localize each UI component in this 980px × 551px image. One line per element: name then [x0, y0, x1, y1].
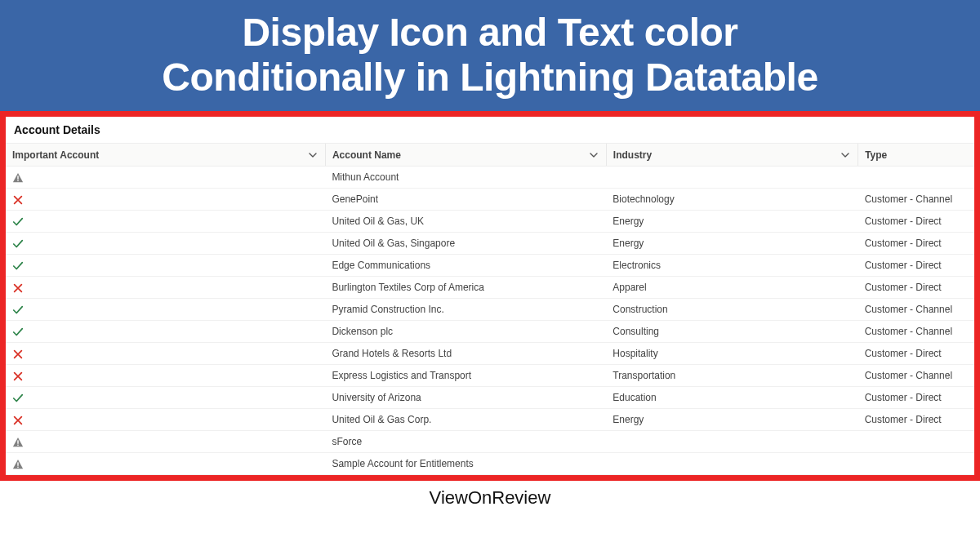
column-header-type[interactable]: Type — [858, 144, 974, 167]
table-row[interactable]: United Oil & Gas Corp.EnergyCustomer - D… — [6, 409, 974, 431]
cell-name: United Oil & Gas, Singapore — [325, 233, 606, 255]
table-row[interactable]: Edge CommunicationsElectronicsCustomer -… — [6, 255, 974, 277]
cell-important — [6, 189, 325, 211]
cell-name: Edge Communications — [325, 255, 606, 277]
cell-important — [6, 431, 325, 453]
table-body: Mithun AccountGenePointBiotechnologyCust… — [6, 167, 974, 475]
cell-important — [6, 255, 325, 277]
page-banner: Display Icon and Text color Conditionall… — [0, 0, 980, 111]
cell-industry: Transportation — [606, 365, 858, 387]
cell-industry: Energy — [606, 233, 858, 255]
table-row[interactable]: Pyramid Construction Inc.ConstructionCus… — [6, 299, 974, 321]
cell-important — [6, 277, 325, 299]
banner-title-line1: Display Icon and Text color — [242, 11, 737, 54]
cell-name: GenePoint — [325, 189, 606, 211]
cell-industry: Electronics — [606, 255, 858, 277]
cell-industry: Education — [606, 387, 858, 409]
chevron-down-icon[interactable] — [841, 151, 849, 159]
cell-important — [6, 453, 325, 475]
account-datatable: Important Account Account Name Industry … — [6, 143, 974, 475]
close-icon — [12, 282, 24, 294]
chevron-down-icon[interactable] — [590, 151, 598, 159]
table-row[interactable]: Express Logistics and TransportTransport… — [6, 365, 974, 387]
cell-type: Customer - Direct — [858, 211, 974, 233]
column-header-label: Important Account — [12, 149, 99, 161]
cell-name: Pyramid Construction Inc. — [325, 299, 606, 321]
table-row[interactable]: Dickenson plcConsultingCustomer - Channe… — [6, 321, 974, 343]
cell-name: United Oil & Gas, UK — [325, 211, 606, 233]
cell-important — [6, 233, 325, 255]
table-header-row: Important Account Account Name Industry … — [6, 144, 974, 167]
table-row[interactable]: sForce — [6, 431, 974, 453]
table-row[interactable]: Sample Account for Entitlements — [6, 453, 974, 475]
cell-important — [6, 409, 325, 431]
table-row[interactable]: GenePointBiotechnologyCustomer - Channel — [6, 189, 974, 211]
table-row[interactable]: Burlington Textiles Corp of AmericaAppar… — [6, 277, 974, 299]
cell-type: Customer - Direct — [858, 343, 974, 365]
cell-name: University of Arizona — [325, 387, 606, 409]
cell-type: Customer - Direct — [858, 387, 974, 409]
card-title: Account Details — [6, 117, 974, 143]
column-header-name[interactable]: Account Name — [325, 144, 606, 167]
cell-important — [6, 299, 325, 321]
cell-industry — [606, 167, 858, 189]
cell-important — [6, 167, 325, 189]
cell-industry — [606, 453, 858, 475]
column-header-label: Industry — [613, 149, 652, 161]
cell-name: Burlington Textiles Corp of America — [325, 277, 606, 299]
banner-title-line2: Conditionally in Lightning Datatable — [162, 56, 817, 99]
cell-industry: Construction — [606, 299, 858, 321]
cell-type — [858, 431, 974, 453]
check-icon — [12, 216, 24, 228]
close-icon — [12, 371, 24, 382]
cell-important — [6, 321, 325, 343]
cell-industry: Hospitality — [606, 343, 858, 365]
warning-icon — [12, 172, 24, 184]
close-icon — [12, 349, 24, 360]
cell-name: Sample Account for Entitlements — [325, 453, 606, 475]
cell-type: Customer - Direct — [858, 233, 974, 255]
column-header-label: Type — [865, 149, 887, 161]
cell-industry: Biotechnology — [606, 189, 858, 211]
cell-type — [858, 453, 974, 475]
cell-type: Customer - Channel — [858, 299, 974, 321]
check-icon — [12, 238, 24, 250]
datatable-card: Account Details Important Account Accoun… — [0, 111, 980, 481]
cell-industry: Energy — [606, 211, 858, 233]
column-header-important[interactable]: Important Account — [6, 144, 325, 167]
cell-industry — [606, 431, 858, 453]
warning-icon — [12, 437, 24, 448]
cell-important — [6, 365, 325, 387]
table-row[interactable]: Mithun Account — [6, 167, 974, 189]
close-icon — [12, 415, 24, 426]
chevron-down-icon[interactable] — [309, 151, 317, 159]
cell-type: Customer - Direct — [858, 409, 974, 431]
table-row[interactable]: Grand Hotels & Resorts LtdHospitalityCus… — [6, 343, 974, 365]
cell-important — [6, 343, 325, 365]
cell-type: Customer - Channel — [858, 189, 974, 211]
cell-important — [6, 211, 325, 233]
cell-type: Customer - Channel — [858, 321, 974, 343]
cell-type — [858, 167, 974, 189]
cell-name: Dickenson plc — [325, 321, 606, 343]
warning-icon — [12, 459, 24, 470]
cell-type: Customer - Direct — [858, 277, 974, 299]
close-icon — [12, 194, 24, 206]
check-icon — [12, 260, 24, 272]
table-row[interactable]: United Oil & Gas, UKEnergyCustomer - Dir… — [6, 211, 974, 233]
check-icon — [12, 393, 24, 404]
cell-name: Express Logistics and Transport — [325, 365, 606, 387]
cell-industry: Energy — [606, 409, 858, 431]
cell-name: sForce — [325, 431, 606, 453]
cell-important — [6, 387, 325, 409]
column-header-label: Account Name — [332, 149, 401, 161]
banner-title: Display Icon and Text color Conditionall… — [0, 10, 980, 100]
cell-industry: Consulting — [606, 321, 858, 343]
cell-name: Mithun Account — [325, 167, 606, 189]
column-header-industry[interactable]: Industry — [606, 144, 858, 167]
footer-text: ViewOnReview — [0, 481, 980, 512]
cell-type: Customer - Channel — [858, 365, 974, 387]
table-row[interactable]: University of ArizonaEducationCustomer -… — [6, 387, 974, 409]
check-icon — [12, 304, 24, 316]
table-row[interactable]: United Oil & Gas, SingaporeEnergyCustome… — [6, 233, 974, 255]
